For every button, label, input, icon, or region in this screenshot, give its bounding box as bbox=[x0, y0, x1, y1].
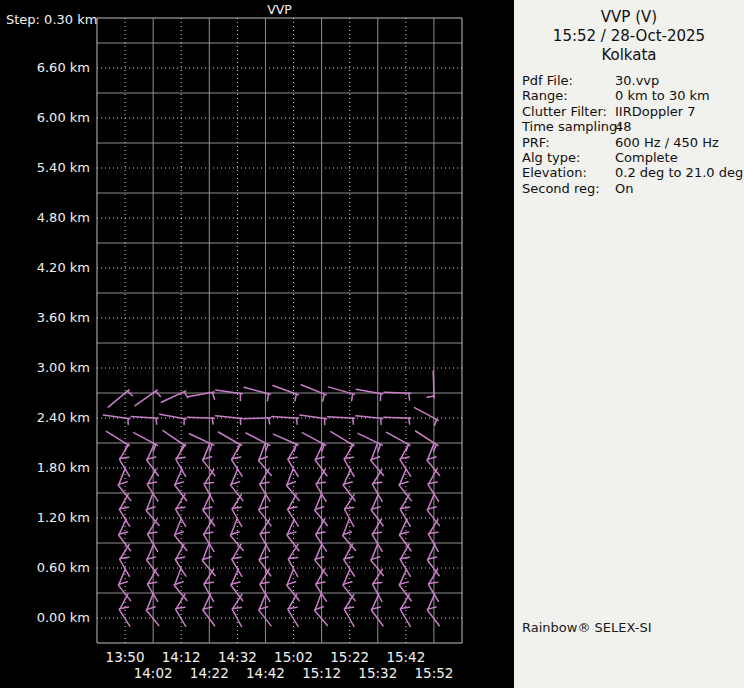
field-value: 600 Hz / 450 Hz bbox=[615, 135, 719, 150]
wind-barb bbox=[244, 418, 271, 419]
y-tick-label: 0.00 km bbox=[0, 609, 90, 627]
field-value: On bbox=[615, 181, 633, 196]
field-label: Time sampling: bbox=[522, 119, 622, 134]
wind-barb bbox=[384, 392, 411, 393]
wind-barb bbox=[373, 582, 382, 583]
panel-header: VVP (V) 15:52 / 28-Oct-2025 Kolkata bbox=[514, 8, 744, 65]
wind-barb bbox=[266, 444, 268, 451]
vvp-application-window: { "plot": { "title": "VVP", "step_label"… bbox=[0, 0, 744, 688]
field-label: Pdf File: bbox=[522, 73, 573, 88]
wind-barb bbox=[288, 444, 298, 476]
wind-barb bbox=[288, 544, 298, 576]
wind-barb bbox=[176, 544, 186, 576]
field-label: Elevation: bbox=[522, 165, 587, 180]
product-datetime: 15:52 / 28-Oct-2025 bbox=[514, 27, 744, 46]
wind-barb bbox=[131, 417, 158, 419]
x-tick-label: 14:12 bbox=[153, 649, 209, 665]
wind-barb bbox=[156, 418, 157, 424]
x-tick-label: 15:12 bbox=[294, 665, 350, 681]
wind-barb bbox=[353, 418, 354, 424]
x-tick-label: 15:22 bbox=[322, 649, 378, 665]
field-row: Elevation:0.2 deg to 21.0 deg bbox=[514, 165, 744, 180]
wind-barb bbox=[156, 391, 161, 396]
wind-barb bbox=[433, 371, 434, 398]
wind-barb bbox=[119, 569, 131, 601]
y-tick-label: 1.20 km bbox=[0, 509, 90, 527]
info-panel: VVP (V) 15:52 / 28-Oct-2025 Kolkata Pdf … bbox=[514, 0, 744, 688]
field-value: 0.2 deg to 21.0 deg bbox=[615, 165, 743, 180]
wind-barb bbox=[135, 390, 157, 406]
wind-barb bbox=[204, 482, 213, 483]
x-tick-label: 13:50 bbox=[97, 649, 153, 665]
wind-barb bbox=[409, 393, 410, 400]
x-tick-label: 15:52 bbox=[406, 665, 462, 681]
wind-barb bbox=[295, 394, 297, 401]
wind-barb bbox=[147, 444, 159, 476]
field-row: Time sampling:48 bbox=[514, 119, 744, 134]
wind-barb bbox=[415, 408, 439, 421]
x-tick-label: 14:42 bbox=[237, 665, 293, 681]
field-row: Range:0 km to 30 km bbox=[514, 88, 744, 103]
field-row: PRF:600 Hz / 450 Hz bbox=[514, 135, 744, 150]
y-tick-label: 3.60 km bbox=[0, 309, 90, 327]
field-label: Range: bbox=[522, 88, 568, 103]
product-fields: Pdf File:30.vvpRange:0 km to 30 kmClutte… bbox=[514, 73, 744, 196]
wind-barb bbox=[232, 607, 241, 608]
field-row: Alg type:Complete bbox=[514, 150, 744, 165]
wind-barb bbox=[378, 444, 380, 451]
field-value: 0 km to 30 km bbox=[615, 88, 710, 103]
field-value: 48 bbox=[615, 119, 632, 134]
field-label: Second reg: bbox=[522, 181, 600, 196]
field-label: Clutter Filter: bbox=[522, 104, 607, 119]
wind-barb-chart bbox=[0, 0, 514, 688]
y-tick-label: 6.60 km bbox=[0, 59, 90, 77]
x-tick-label: 15:32 bbox=[350, 665, 406, 681]
field-value: Complete bbox=[615, 150, 678, 165]
wind-barb bbox=[210, 444, 212, 451]
wind-barb bbox=[427, 396, 434, 397]
wind-barb bbox=[212, 393, 214, 400]
wind-barb bbox=[103, 415, 130, 419]
vvp-plot-region: Step: 0.30 km VVP 6.60 km6.00 km5.40 km4… bbox=[0, 0, 514, 688]
wind-barb bbox=[352, 394, 353, 401]
wind-barb bbox=[268, 394, 269, 401]
field-row: Clutter Filter:IIRDoppler 7 bbox=[514, 104, 744, 119]
wind-barb bbox=[323, 394, 325, 401]
field-value: 30.vvp bbox=[615, 73, 659, 88]
field-label: PRF: bbox=[522, 135, 550, 150]
y-tick-label: 2.40 km bbox=[0, 409, 90, 427]
wind-barb bbox=[175, 469, 187, 501]
x-tick-label: 14:02 bbox=[125, 665, 181, 681]
wind-barb bbox=[289, 557, 298, 558]
wind-barb bbox=[345, 507, 354, 508]
wind-barb bbox=[409, 418, 410, 424]
wind-barb bbox=[108, 390, 129, 407]
wind-barb bbox=[328, 417, 355, 419]
wind-barb bbox=[203, 494, 215, 526]
brand-label: Rainbow® SELEX-SI bbox=[522, 620, 652, 635]
field-value: IIRDoppler 7 bbox=[615, 104, 696, 119]
product-title: VVP (V) bbox=[514, 8, 744, 27]
x-tick-label: 15:42 bbox=[378, 649, 434, 665]
y-tick-label: 5.40 km bbox=[0, 159, 90, 177]
y-tick-label: 3.00 km bbox=[0, 359, 90, 377]
wind-barb bbox=[331, 432, 354, 446]
site-name: Kolkata bbox=[514, 46, 744, 65]
wind-barb bbox=[315, 444, 327, 476]
wind-barb bbox=[294, 444, 296, 451]
field-label: Alg type: bbox=[522, 150, 580, 165]
x-tick-label: 14:32 bbox=[209, 649, 265, 665]
wind-barb bbox=[160, 414, 187, 419]
x-tick-label: 14:22 bbox=[181, 665, 237, 681]
y-tick-label: 4.20 km bbox=[0, 259, 90, 277]
wind-barb bbox=[384, 417, 411, 418]
wind-barb bbox=[316, 569, 326, 601]
y-tick-label: 0.60 km bbox=[0, 559, 90, 577]
wind-barb bbox=[163, 431, 185, 446]
wind-barb bbox=[212, 418, 213, 424]
y-tick-label: 4.80 km bbox=[0, 209, 90, 227]
wind-barb bbox=[269, 418, 270, 424]
wind-barb bbox=[272, 417, 299, 419]
field-row: Pdf File:30.vvp bbox=[514, 73, 744, 88]
y-tick-label: 6.00 km bbox=[0, 109, 90, 127]
